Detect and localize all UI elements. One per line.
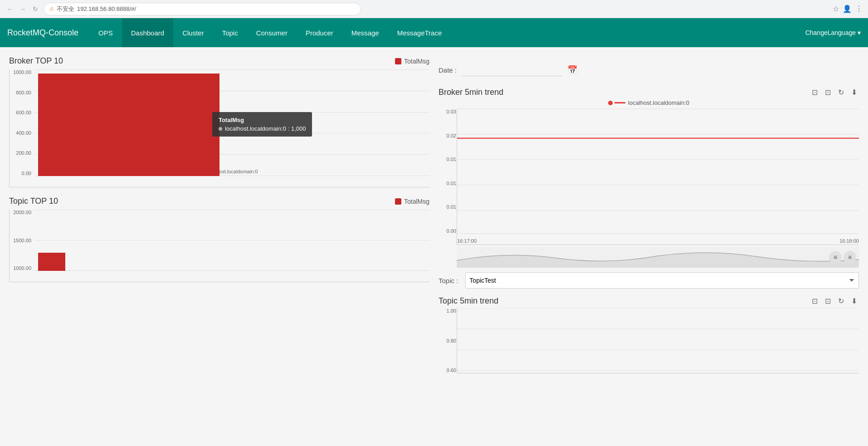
brand-label: RocketMQ-Console: [7, 28, 78, 38]
back-button[interactable]: ←: [5, 5, 15, 14]
navbar: RocketMQ-Console OPS Dashboard Cluster T…: [0, 18, 868, 47]
legend-label: TotalMsg: [404, 58, 429, 65]
topic-bar-area: [34, 210, 429, 271]
nav-message[interactable]: Message: [342, 18, 388, 47]
right-column: Date : 📅 Broker 5min trend ⊡ ⊡ ↻ ⬇: [439, 56, 859, 437]
address-bar[interactable]: ⚠ 不安全 192.168.56.80:8888/#/: [44, 3, 361, 15]
topic-trend-svg: [457, 308, 859, 372]
topic-fullscreen-icon[interactable]: ⊡: [823, 296, 833, 306]
ops-button[interactable]: OPS: [89, 18, 122, 47]
x-start-label: 16:17:00: [457, 238, 477, 244]
topic-trend-chart: 1.00 0.80 0.60: [457, 308, 859, 373]
left-column: Broker TOP 10 TotalMsg 1000.00 800.00 60…: [9, 56, 429, 437]
broker-trend-legend: localhost.localdomain:0: [439, 99, 859, 106]
nav-handle-left[interactable]: ≡: [829, 251, 842, 264]
y-axis: 1000.00 800.00 600.00 400.00 200.00 0.00: [10, 69, 33, 176]
topic-trend-header: Topic 5min trend ⊡ ⊡ ↻ ⬇: [439, 296, 859, 306]
nav-producer[interactable]: Producer: [297, 18, 342, 47]
topic-top10-chart: 2000.00 1500.00 1000.00: [9, 210, 429, 282]
browser-right-icons: ☆ 👤 ⋮: [833, 5, 863, 13]
broker-trend-header: Broker 5min trend ⊡ ⊡ ↻ ⬇: [439, 87, 859, 98]
bar-localhost: [38, 74, 219, 176]
topic-top10-header: Topic TOP 10 TotalMsg: [9, 196, 429, 206]
bar-topic: [38, 253, 65, 271]
change-language-button[interactable]: ChangeLanguage ▾: [798, 29, 868, 36]
expand-icon[interactable]: ⊡: [810, 87, 819, 98]
x-end-label: 16:18:00: [839, 238, 859, 244]
broker-top10-section: Broker TOP 10 TotalMsg 1000.00 800.00 60…: [9, 56, 429, 187]
broker-trend-chart: 0.03 0.02 0.01 0.01 0.01 0.00: [457, 109, 859, 245]
profile-icon[interactable]: 👤: [843, 5, 852, 13]
refresh-icon[interactable]: ↻: [836, 87, 846, 98]
menu-icon[interactable]: ⋮: [855, 5, 863, 13]
main-content: Broker TOP 10 TotalMsg 1000.00 800.00 60…: [0, 47, 868, 446]
date-row: Date : 📅: [439, 56, 859, 80]
broker-top10-header: Broker TOP 10 TotalMsg: [9, 56, 429, 66]
fullscreen-icon[interactable]: ⊡: [823, 87, 833, 98]
topic-top10-legend: TotalMsg: [395, 198, 429, 205]
broker-legend-label: localhost.localdomain:0: [628, 99, 689, 106]
chevron-down-icon: ▾: [858, 29, 861, 36]
topic-top10-section: Topic TOP 10 TotalMsg 2000.00 1500.00 10…: [9, 196, 429, 282]
broker-top10-title: Broker TOP 10: [9, 56, 63, 66]
legend-label-topic: TotalMsg: [404, 198, 429, 205]
nav-consumer[interactable]: Consumer: [247, 18, 297, 47]
broker-trend-section: Broker 5min trend ⊡ ⊡ ↻ ⬇ localhost.loca…: [439, 87, 859, 289]
nav-topic[interactable]: Topic: [213, 18, 247, 47]
broker-trend-svg: [457, 109, 859, 236]
nav-dashboard[interactable]: Dashboard: [122, 18, 173, 47]
reload-button[interactable]: ↻: [31, 5, 40, 14]
topic-trend-section: Topic 5min trend ⊡ ⊡ ↻ ⬇ 1.00 0.80 0.60: [439, 296, 859, 373]
url-text: 192.168.56.80:8888/#/: [77, 5, 136, 12]
bars-row: [34, 69, 429, 176]
broker-trend-title: Broker 5min trend: [439, 88, 503, 97]
download-icon[interactable]: ⬇: [849, 87, 859, 98]
topic-trend-title: Topic 5min trend: [439, 296, 498, 306]
topic-select-row: Topic : TopicTest: [439, 272, 859, 289]
topic-y-axis: 2000.00 1500.00 1000.00: [10, 210, 33, 271]
broker-top10-legend: TotalMsg: [395, 58, 429, 65]
topic-select-label: Topic :: [439, 277, 458, 284]
date-input[interactable]: [462, 64, 562, 76]
mini-nav-svg: [457, 247, 859, 268]
x-axis-labels: 16:17:00 16:18:00: [457, 237, 859, 245]
topic-top10-title: Topic TOP 10: [9, 196, 58, 206]
topic-refresh-icon[interactable]: ↻: [836, 296, 846, 306]
bar-area: TotalMsg localhost.localdomain:0 : 1,000…: [34, 69, 429, 176]
topic-download-icon[interactable]: ⬇: [849, 296, 859, 306]
topic-trend-y-labels: 1.00 0.80 0.60: [440, 308, 456, 373]
legend-circle: [608, 101, 613, 105]
bookmark-icon[interactable]: ☆: [833, 5, 839, 13]
topic-select[interactable]: TopicTest: [465, 272, 859, 289]
security-icon: ⚠: [49, 6, 54, 12]
legend-seg: [614, 102, 625, 103]
nav-cluster[interactable]: Cluster: [173, 18, 213, 47]
mini-navigator[interactable]: ≡ ≡: [457, 247, 859, 268]
topic-trend-icons: ⊡ ⊡ ↻ ⬇: [810, 296, 859, 306]
broker-top10-chart: 1000.00 800.00 600.00 400.00 200.00 0.00: [9, 69, 429, 187]
topic-bars-row: [34, 210, 429, 271]
nav-messagetrace[interactable]: MessageTrace: [388, 18, 451, 47]
legend-dot: [395, 58, 401, 64]
trend-y-labels: 0.03 0.02 0.01 0.01 0.01 0.00: [440, 109, 456, 234]
mini-nav-handles: ≡ ≡: [826, 247, 859, 268]
forward-button[interactable]: →: [18, 5, 27, 14]
legend-dot-topic: [395, 198, 401, 205]
broker-trend-icons: ⊡ ⊡ ↻ ⬇: [810, 87, 859, 98]
browser-bar: ← → ↻ ⚠ 不安全 192.168.56.80:8888/#/ ☆ 👤 ⋮: [0, 0, 868, 18]
security-label: 不安全: [57, 5, 74, 13]
nav-handle-right[interactable]: ≡: [844, 251, 856, 264]
date-label: Date :: [439, 66, 457, 74]
topic-expand-icon[interactable]: ⊡: [810, 296, 819, 306]
calendar-icon[interactable]: 📅: [567, 65, 577, 75]
